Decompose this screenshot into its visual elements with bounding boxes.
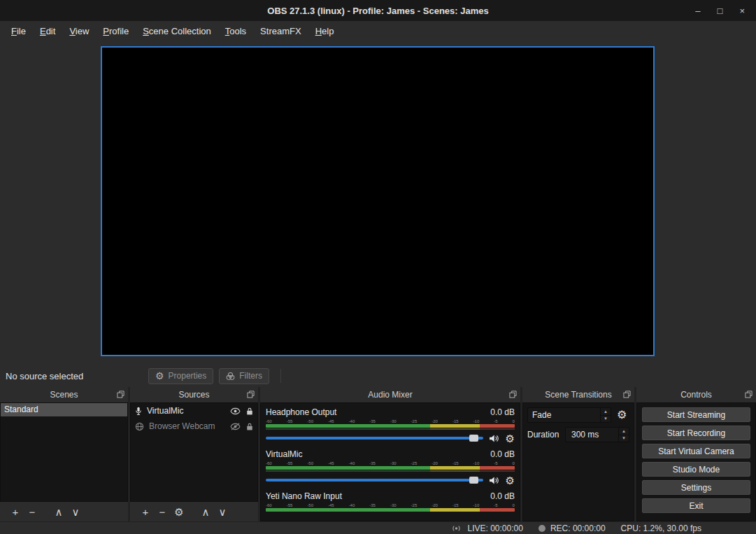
obs-window: OBS 27.1.3 (linux) - Profile: James - Sc… xyxy=(0,0,756,534)
popout-icon[interactable] xyxy=(509,391,517,398)
preview-canvas[interactable] xyxy=(101,46,655,356)
properties-button[interactable]: ⚙ Properties xyxy=(148,368,213,384)
duration-spinbox[interactable]: 300 ms ▲ ▼ xyxy=(565,427,629,442)
globe-icon xyxy=(135,422,144,431)
gear-icon: ⚙ xyxy=(155,371,164,381)
volume-meter-dim xyxy=(266,470,515,472)
audio-mixer-dock: Audio Mixer Headphone Output 0.0 dB -60-… xyxy=(260,387,520,521)
add-source-icon[interactable]: + xyxy=(137,507,154,517)
spin-up-icon[interactable]: ▲ xyxy=(619,428,629,435)
meter-scale: -60-55-50-45-40-35-30-25-20-15-10-50 xyxy=(266,461,515,466)
start-streaming-button[interactable]: Start Streaming xyxy=(642,407,750,422)
filter-icon xyxy=(226,372,235,381)
rec-status: REC: 00:00:00 xyxy=(539,524,606,533)
spin-down-icon[interactable]: ▼ xyxy=(601,416,611,423)
source-item-virtualmic[interactable]: VirtualMic xyxy=(131,403,257,419)
scene-transitions-dock: Scene Transitions Fade ▲ ▼ ⚙ xyxy=(522,387,634,521)
transition-gear-icon[interactable]: ⚙ xyxy=(617,409,627,421)
window-controls: – □ × xyxy=(695,6,756,16)
duration-value: 300 ms xyxy=(566,430,618,440)
scenes-dock-title: Scenes xyxy=(0,390,128,400)
menu-streamfx[interactable]: StreamFX xyxy=(253,22,308,40)
sources-dock-header[interactable]: Sources xyxy=(130,387,258,402)
rec-time-label: REC: 00:00:00 xyxy=(550,524,606,533)
cpu-fps-label: CPU: 1.2%, 30.00 fps xyxy=(621,524,701,533)
controls-header[interactable]: Controls xyxy=(636,387,756,402)
spin-up-icon[interactable]: ▲ xyxy=(601,408,611,416)
remove-source-icon[interactable]: − xyxy=(154,507,171,517)
menu-bar: File Edit View Profile Scene Collection … xyxy=(0,21,756,41)
start-recording-button[interactable]: Start Recording xyxy=(642,426,750,440)
menu-tools[interactable]: Tools xyxy=(218,22,253,40)
menu-scene-collection[interactable]: Scene Collection xyxy=(136,22,218,40)
volume-slider-handle[interactable] xyxy=(469,477,478,484)
mixer-channel-yeti-nano: Yeti Nano Raw Input 0.0 dB -60-55-50-45-… xyxy=(261,487,520,512)
duration-label: Duration xyxy=(527,430,565,440)
settings-button[interactable]: Settings xyxy=(642,480,750,495)
add-scene-icon[interactable]: + xyxy=(7,507,24,517)
exit-button[interactable]: Exit xyxy=(642,498,750,513)
scene-down-icon[interactable]: ∨ xyxy=(67,507,84,517)
filters-button[interactable]: Filters xyxy=(219,368,269,384)
source-down-icon[interactable]: ∨ xyxy=(214,507,231,517)
channel-gear-icon[interactable]: ⚙ xyxy=(506,475,515,486)
docks-row: Scenes Standard + − ∧ ∨ Sources xyxy=(0,387,756,521)
speaker-icon[interactable] xyxy=(489,476,500,485)
popout-icon[interactable] xyxy=(745,391,753,398)
popout-icon[interactable] xyxy=(623,391,631,398)
spin-down-icon[interactable]: ▼ xyxy=(619,435,629,442)
transition-selected-value: Fade xyxy=(528,410,600,420)
channel-name: VirtualMic xyxy=(266,449,302,461)
transitions-header[interactable]: Scene Transitions xyxy=(522,387,634,402)
spinbox-arrows[interactable]: ▲ ▼ xyxy=(618,428,629,442)
lock-icon[interactable] xyxy=(246,422,253,431)
maximize-icon[interactable]: □ xyxy=(718,6,723,16)
source-properties-gear-icon[interactable]: ⚙ xyxy=(171,507,187,517)
scenes-dock-header[interactable]: Scenes xyxy=(0,387,128,402)
start-virtual-camera-button[interactable]: Start Virtual Camera xyxy=(642,444,750,458)
meter-scale: -60-55-50-45-40-35-30-25-20-15-10-50 xyxy=(266,419,515,424)
filters-button-label: Filters xyxy=(239,371,262,381)
transition-select[interactable]: Fade ▲ ▼ xyxy=(527,407,611,423)
volume-meter xyxy=(266,466,515,470)
source-item-browser-webcam[interactable]: Browser Webcam xyxy=(131,419,257,434)
scenes-toolbar: + − ∧ ∨ xyxy=(0,502,128,521)
popout-icon[interactable] xyxy=(247,391,255,398)
menu-edit[interactable]: Edit xyxy=(33,22,62,40)
volume-slider[interactable] xyxy=(266,433,483,444)
combo-arrows[interactable]: ▲ ▼ xyxy=(600,408,611,422)
studio-mode-button[interactable]: Studio Mode xyxy=(642,462,750,477)
speaker-icon[interactable] xyxy=(489,434,500,443)
eye-icon[interactable] xyxy=(230,407,241,415)
source-up-icon[interactable]: ∧ xyxy=(197,507,214,517)
remove-scene-icon[interactable]: − xyxy=(24,507,41,517)
scene-up-icon[interactable]: ∧ xyxy=(50,507,67,517)
window-title: OBS 27.1.3 (linux) - Profile: James - Sc… xyxy=(0,6,756,16)
menu-profile[interactable]: Profile xyxy=(96,22,136,40)
scene-item-standard[interactable]: Standard xyxy=(1,403,127,416)
lock-icon[interactable] xyxy=(246,407,253,416)
volume-slider-handle[interactable] xyxy=(469,435,478,442)
transitions-title: Scene Transitions xyxy=(522,390,634,400)
audio-mixer-header[interactable]: Audio Mixer xyxy=(260,387,520,402)
microphone-icon xyxy=(135,406,142,416)
channel-name: Yeti Nano Raw Input xyxy=(266,491,342,503)
preview-area xyxy=(0,41,756,365)
source-name: VirtualMic xyxy=(147,406,225,416)
source-row-icons xyxy=(230,422,253,431)
sources-list: VirtualMic xyxy=(130,402,258,502)
volume-meter xyxy=(266,508,515,512)
menu-help[interactable]: Help xyxy=(308,22,341,40)
menu-file[interactable]: File xyxy=(4,22,33,40)
close-icon[interactable]: × xyxy=(739,6,745,16)
popout-icon[interactable] xyxy=(117,391,124,398)
scenes-list: Standard xyxy=(0,402,128,502)
eye-slash-icon[interactable] xyxy=(230,423,241,430)
minimize-icon[interactable]: – xyxy=(695,6,700,16)
channel-gear-icon[interactable]: ⚙ xyxy=(506,433,515,444)
toolbar-separator xyxy=(280,369,281,383)
audio-mixer-body: Headphone Output 0.0 dB -60-55-50-45-40-… xyxy=(260,402,520,521)
menu-view[interactable]: View xyxy=(62,22,96,40)
volume-slider[interactable] xyxy=(266,475,483,486)
live-time-label: LIVE: 00:00:00 xyxy=(467,524,522,533)
